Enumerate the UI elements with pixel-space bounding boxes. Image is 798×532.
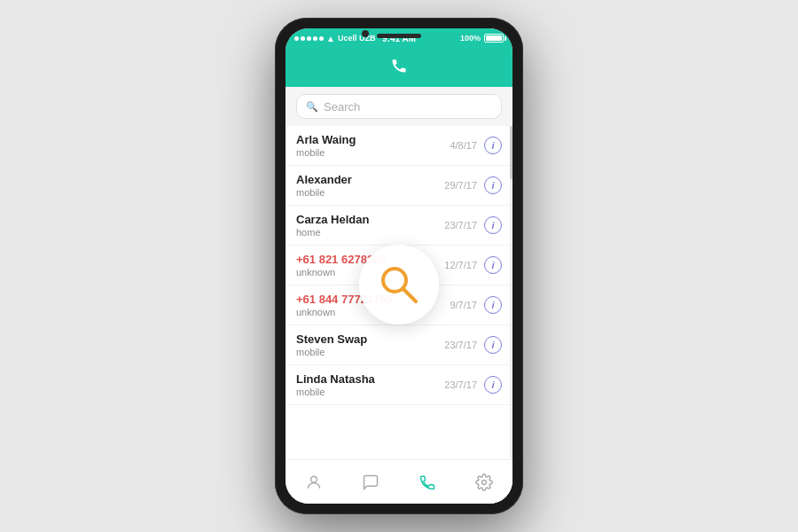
scrollbar-thumb[interactable] — [510, 126, 512, 179]
contact-right: 29/7/17 i — [444, 176, 502, 194]
search-container: 🔍 Search — [286, 87, 512, 126]
contact-date: 23/7/17 — [444, 220, 477, 231]
info-button[interactable]: i — [484, 216, 502, 234]
dot2 — [301, 36, 305, 41]
info-button[interactable]: i — [484, 296, 502, 314]
contact-right: 4/8/17 i — [450, 137, 502, 154]
info-button[interactable]: i — [484, 176, 502, 194]
contact-name: Carza Heldan — [296, 213, 444, 226]
contact-list[interactable]: Arla Waing mobile 4/8/17 i Alexander mob… — [286, 126, 512, 459]
header-phone-icon — [390, 57, 408, 79]
phone-device: ▲ Ucell UZB 9:41 AM 100% 🔍 Se — [275, 18, 523, 514]
contact-item[interactable]: Alexander mobile 29/7/17 i — [286, 166, 512, 206]
nav-settings[interactable] — [465, 468, 504, 497]
phone-screen: ▲ Ucell UZB 9:41 AM 100% 🔍 Se — [286, 28, 512, 504]
carrier-name: Ucell UZB — [338, 34, 376, 43]
dot5 — [319, 36, 324, 41]
contact-date: 23/7/17 — [444, 340, 477, 350]
contact-name: Linda Natasha — [296, 372, 444, 386]
contact-name: Arla Waing — [296, 133, 450, 146]
svg-line-1 — [403, 289, 416, 301]
search-icon: 🔍 — [306, 101, 318, 113]
status-bar: ▲ Ucell UZB 9:41 AM 100% — [286, 28, 512, 48]
contact-right: 23/7/17 i — [444, 376, 502, 394]
dot4 — [313, 36, 317, 41]
nav-contacts[interactable] — [294, 468, 333, 497]
nav-messages[interactable] — [351, 468, 390, 497]
contact-name: Alexander — [296, 173, 444, 186]
contact-item[interactable]: Arla Waing mobile 4/8/17 i — [286, 126, 512, 166]
battery-icon — [484, 34, 504, 43]
contact-date: 29/7/17 — [444, 180, 477, 191]
search-bar[interactable]: 🔍 Search — [296, 94, 502, 119]
contact-info: Steven Swap mobile — [296, 332, 444, 357]
contact-item[interactable]: Steven Swap mobile 23/7/17 i — [286, 325, 512, 365]
svg-point-2 — [311, 476, 317, 482]
info-button[interactable]: i — [484, 376, 502, 394]
info-button[interactable]: i — [484, 137, 502, 154]
status-right: 100% — [460, 34, 504, 43]
contact-date: 9/7/17 — [450, 300, 477, 310]
contact-date: 12/7/17 — [444, 260, 477, 270]
contact-name: Steven Swap — [296, 332, 444, 346]
search-placeholder: Search — [324, 100, 360, 113]
contact-type: mobile — [296, 347, 444, 357]
contact-type: mobile — [296, 387, 444, 397]
phone-camera — [362, 30, 369, 37]
scrollbar-track — [510, 126, 512, 459]
contact-type: mobile — [296, 187, 444, 198]
bottom-nav — [286, 459, 512, 504]
contact-date: 23/7/17 — [444, 379, 477, 390]
contact-date: 4/8/17 — [450, 140, 477, 151]
app-header — [286, 48, 512, 87]
phone-speaker — [377, 34, 421, 38]
contact-item[interactable]: Linda Natasha mobile 23/7/17 i — [286, 365, 512, 405]
magnifier-overlay — [359, 245, 439, 325]
svg-point-3 — [482, 480, 487, 484]
contact-item[interactable]: Carza Heldan home 23/7/17 i — [286, 206, 512, 246]
nav-calls[interactable] — [408, 468, 447, 497]
contact-right: 23/7/17 i — [444, 336, 502, 354]
signal-dots — [294, 36, 324, 41]
info-button[interactable]: i — [484, 336, 502, 354]
dot1 — [294, 36, 299, 41]
contact-info: Carza Heldan home — [296, 213, 444, 238]
info-button[interactable]: i — [484, 256, 502, 274]
dot3 — [307, 36, 311, 41]
contact-type: mobile — [296, 147, 450, 158]
battery-label: 100% — [460, 34, 481, 43]
wifi-icon: ▲ — [326, 34, 335, 43]
contact-info: Alexander mobile — [296, 173, 444, 198]
contact-right: 12/7/17 i — [444, 256, 502, 274]
contact-info: Linda Natasha mobile — [296, 372, 444, 397]
contact-info: Arla Waing mobile — [296, 133, 450, 158]
contact-right: 9/7/17 i — [450, 296, 502, 314]
magnifier-icon — [377, 262, 421, 307]
contact-type: home — [296, 227, 444, 238]
battery-fill — [486, 35, 502, 41]
contact-right: 23/7/17 i — [444, 216, 502, 234]
